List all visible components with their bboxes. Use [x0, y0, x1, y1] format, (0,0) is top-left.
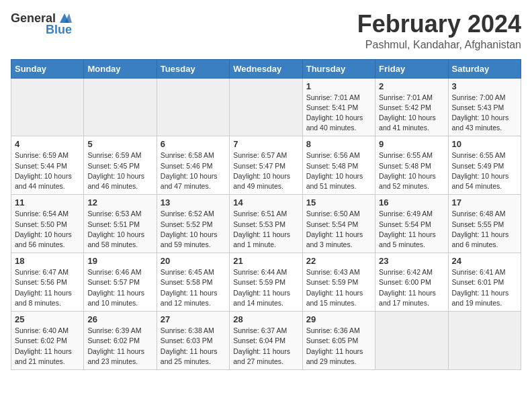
logo: General Blue [11, 11, 72, 37]
calendar-header-saturday: Saturday [448, 59, 521, 78]
calendar-cell [375, 312, 448, 370]
day-info: Sunrise: 6:46 AMSunset: 5:57 PMDaylight:… [87, 267, 152, 308]
day-number: 18 [15, 256, 80, 266]
calendar-cell: 4Sunrise: 6:59 AMSunset: 5:44 PMDaylight… [11, 136, 84, 195]
calendar-cell: 13Sunrise: 6:52 AMSunset: 5:52 PMDayligh… [157, 195, 229, 253]
day-number: 17 [452, 197, 517, 208]
calendar-header-friday: Friday [375, 59, 448, 78]
calendar-header-thursday: Thursday [302, 59, 375, 78]
day-number: 4 [15, 139, 80, 149]
calendar-header-row: SundayMondayTuesdayWednesdayThursdayFrid… [11, 59, 521, 78]
day-number: 13 [161, 197, 226, 208]
day-info: Sunrise: 6:55 AMSunset: 5:49 PMDaylight:… [452, 150, 517, 191]
calendar-cell: 27Sunrise: 6:38 AMSunset: 6:03 PMDayligh… [157, 312, 229, 370]
day-info: Sunrise: 6:37 AMSunset: 6:04 PMDaylight:… [233, 326, 298, 367]
day-info: Sunrise: 7:01 AMSunset: 5:41 PMDaylight:… [306, 93, 371, 134]
day-number: 24 [452, 256, 517, 266]
calendar-cell: 9Sunrise: 6:55 AMSunset: 5:48 PMDaylight… [375, 136, 448, 195]
calendar-cell [448, 312, 521, 370]
day-number: 19 [87, 256, 152, 266]
day-number: 26 [87, 314, 152, 324]
calendar-cell: 19Sunrise: 6:46 AMSunset: 5:57 PMDayligh… [84, 253, 157, 312]
calendar-cell: 1Sunrise: 7:01 AMSunset: 5:41 PMDaylight… [302, 78, 375, 136]
logo-blue: Blue [46, 23, 72, 37]
day-info: Sunrise: 7:01 AMSunset: 5:42 PMDaylight:… [379, 93, 444, 134]
calendar-cell [157, 78, 229, 136]
calendar-header-sunday: Sunday [11, 59, 84, 78]
calendar-row-5: 25Sunrise: 6:40 AMSunset: 6:02 PMDayligh… [11, 312, 521, 370]
calendar-row-3: 11Sunrise: 6:54 AMSunset: 5:50 PMDayligh… [11, 195, 521, 253]
day-number: 25 [15, 314, 80, 324]
day-number: 23 [379, 256, 444, 266]
calendar-row-2: 4Sunrise: 6:59 AMSunset: 5:44 PMDaylight… [11, 136, 521, 195]
day-number: 22 [306, 256, 371, 266]
calendar-cell: 29Sunrise: 6:36 AMSunset: 6:05 PMDayligh… [302, 312, 375, 370]
calendar-cell: 3Sunrise: 7:00 AMSunset: 5:43 PMDaylight… [448, 78, 521, 136]
calendar-cell: 24Sunrise: 6:41 AMSunset: 6:01 PMDayligh… [448, 253, 521, 312]
day-number: 6 [161, 139, 226, 149]
day-info: Sunrise: 6:42 AMSunset: 6:00 PMDaylight:… [379, 267, 444, 308]
calendar-header-tuesday: Tuesday [157, 59, 229, 78]
day-info: Sunrise: 6:54 AMSunset: 5:50 PMDaylight:… [15, 209, 80, 250]
calendar-cell: 14Sunrise: 6:51 AMSunset: 5:53 PMDayligh… [230, 195, 302, 253]
day-number: 8 [306, 139, 371, 149]
day-number: 27 [161, 314, 226, 324]
day-info: Sunrise: 6:40 AMSunset: 6:02 PMDaylight:… [15, 326, 80, 367]
calendar-cell [11, 78, 84, 136]
day-info: Sunrise: 6:55 AMSunset: 5:48 PMDaylight:… [379, 150, 444, 191]
page-header: General Blue February 2024 Pashmul, Kand… [11, 11, 521, 51]
day-info: Sunrise: 6:58 AMSunset: 5:46 PMDaylight:… [161, 150, 226, 191]
calendar-row-1: 1Sunrise: 7:01 AMSunset: 5:41 PMDaylight… [11, 78, 521, 136]
calendar-cell: 25Sunrise: 6:40 AMSunset: 6:02 PMDayligh… [11, 312, 84, 370]
day-number: 16 [379, 197, 444, 208]
day-info: Sunrise: 6:47 AMSunset: 5:56 PMDaylight:… [15, 267, 80, 308]
page-subtitle: Pashmul, Kandahar, Afghanistan [357, 39, 521, 51]
calendar-cell: 6Sunrise: 6:58 AMSunset: 5:46 PMDaylight… [157, 136, 229, 195]
day-info: Sunrise: 6:49 AMSunset: 5:54 PMDaylight:… [379, 209, 444, 250]
day-info: Sunrise: 6:59 AMSunset: 5:45 PMDaylight:… [87, 150, 152, 191]
day-number: 9 [379, 139, 444, 149]
day-info: Sunrise: 6:52 AMSunset: 5:52 PMDaylight:… [161, 209, 226, 250]
calendar-cell: 7Sunrise: 6:57 AMSunset: 5:47 PMDaylight… [230, 136, 302, 195]
day-info: Sunrise: 6:56 AMSunset: 5:48 PMDaylight:… [306, 150, 371, 191]
calendar-header-wednesday: Wednesday [230, 59, 302, 78]
calendar-cell: 11Sunrise: 6:54 AMSunset: 5:50 PMDayligh… [11, 195, 84, 253]
day-info: Sunrise: 6:48 AMSunset: 5:55 PMDaylight:… [452, 209, 517, 250]
calendar-cell: 23Sunrise: 6:42 AMSunset: 6:00 PMDayligh… [375, 253, 448, 312]
day-info: Sunrise: 6:43 AMSunset: 5:59 PMDaylight:… [306, 267, 371, 308]
day-info: Sunrise: 7:00 AMSunset: 5:43 PMDaylight:… [452, 93, 517, 134]
calendar-cell: 10Sunrise: 6:55 AMSunset: 5:49 PMDayligh… [448, 136, 521, 195]
day-info: Sunrise: 6:38 AMSunset: 6:03 PMDaylight:… [161, 326, 226, 367]
calendar-cell: 28Sunrise: 6:37 AMSunset: 6:04 PMDayligh… [230, 312, 302, 370]
calendar-cell: 22Sunrise: 6:43 AMSunset: 5:59 PMDayligh… [302, 253, 375, 312]
day-number: 5 [87, 139, 152, 149]
title-area: February 2024 Pashmul, Kandahar, Afghani… [357, 11, 521, 51]
calendar-cell: 15Sunrise: 6:50 AMSunset: 5:54 PMDayligh… [302, 195, 375, 253]
calendar-cell: 20Sunrise: 6:45 AMSunset: 5:58 PMDayligh… [157, 253, 229, 312]
day-info: Sunrise: 6:41 AMSunset: 6:01 PMDaylight:… [452, 267, 517, 308]
calendar-cell: 16Sunrise: 6:49 AMSunset: 5:54 PMDayligh… [375, 195, 448, 253]
day-info: Sunrise: 6:57 AMSunset: 5:47 PMDaylight:… [233, 150, 298, 191]
day-info: Sunrise: 6:50 AMSunset: 5:54 PMDaylight:… [306, 209, 371, 250]
day-number: 3 [452, 81, 517, 91]
day-number: 14 [233, 197, 298, 208]
calendar-row-4: 18Sunrise: 6:47 AMSunset: 5:56 PMDayligh… [11, 253, 521, 312]
day-info: Sunrise: 6:45 AMSunset: 5:58 PMDaylight:… [161, 267, 226, 308]
calendar-cell [84, 78, 157, 136]
calendar-cell: 17Sunrise: 6:48 AMSunset: 5:55 PMDayligh… [448, 195, 521, 253]
day-number: 10 [452, 139, 517, 149]
page-title: February 2024 [357, 11, 521, 38]
day-number: 29 [306, 314, 371, 324]
day-number: 1 [306, 81, 371, 91]
calendar-cell: 5Sunrise: 6:59 AMSunset: 5:45 PMDaylight… [84, 136, 157, 195]
day-info: Sunrise: 6:59 AMSunset: 5:44 PMDaylight:… [15, 150, 80, 191]
day-number: 2 [379, 81, 444, 91]
day-number: 20 [161, 256, 226, 266]
day-number: 15 [306, 197, 371, 208]
day-info: Sunrise: 6:53 AMSunset: 5:51 PMDaylight:… [87, 209, 152, 250]
calendar-table: SundayMondayTuesdayWednesdayThursdayFrid… [11, 59, 521, 370]
day-info: Sunrise: 6:39 AMSunset: 6:02 PMDaylight:… [87, 326, 152, 367]
day-info: Sunrise: 6:51 AMSunset: 5:53 PMDaylight:… [233, 209, 298, 250]
day-info: Sunrise: 6:44 AMSunset: 5:59 PMDaylight:… [233, 267, 298, 308]
day-number: 28 [233, 314, 298, 324]
